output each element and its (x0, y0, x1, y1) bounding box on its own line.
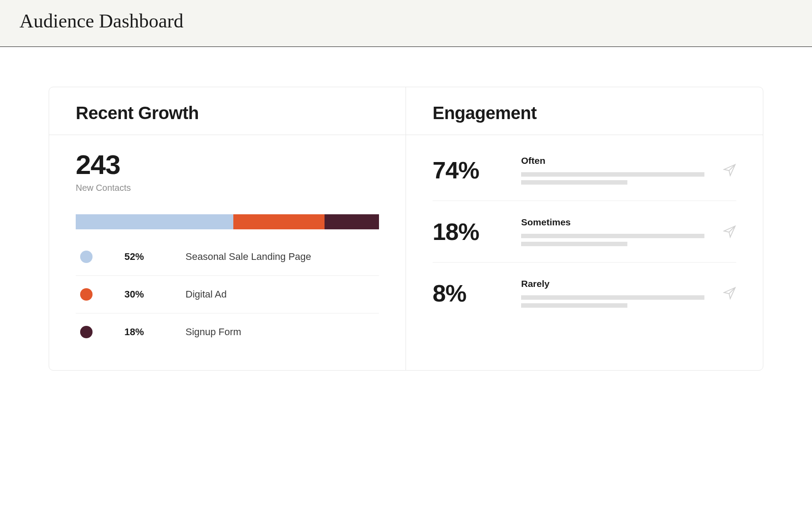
engagement-details: Rarely (521, 278, 704, 308)
engagement-details: Sometimes (521, 217, 704, 246)
panel-engagement: Engagement 74% Often (406, 87, 763, 370)
panel-title-engagement: Engagement (433, 103, 736, 123)
paper-plane-icon[interactable] (723, 225, 736, 238)
engagement-percent: 18% (433, 218, 508, 245)
engagement-label: Often (521, 155, 704, 166)
legend-dot-icon (80, 326, 93, 338)
legend-row: 52% Seasonal Sale Landing Page (76, 238, 379, 276)
stacked-bar-segment (233, 214, 325, 229)
engagement-row: 18% Sometimes (433, 201, 736, 263)
content-area: Recent Growth 243 New Contacts 52% Seaso… (0, 47, 812, 388)
legend-label: Seasonal Sale Landing Page (186, 251, 311, 263)
page-title: Audience Dashboard (19, 10, 793, 32)
legend-row: 18% Signup Form (76, 313, 379, 351)
header-bar: Audience Dashboard (0, 0, 812, 47)
panel-recent-growth: Recent Growth 243 New Contacts 52% Seaso… (49, 87, 406, 370)
panel-title-recent-growth: Recent Growth (76, 103, 379, 123)
recent-growth-value-label: New Contacts (76, 183, 379, 193)
placeholder-line (521, 303, 627, 308)
placeholder-line (521, 172, 704, 177)
placeholder-lines (521, 295, 704, 308)
placeholder-lines (521, 234, 704, 246)
legend-list: 52% Seasonal Sale Landing Page 30% Digit… (76, 238, 379, 351)
placeholder-lines (521, 172, 704, 185)
placeholder-line (521, 180, 627, 185)
legend-dot-icon (80, 251, 93, 263)
recent-growth-value: 243 (76, 151, 379, 178)
placeholder-line (521, 234, 704, 238)
stacked-bar-segment (325, 214, 379, 229)
engagement-label: Sometimes (521, 217, 704, 228)
engagement-label: Rarely (521, 278, 704, 289)
stacked-bar-growth-sources (76, 214, 379, 229)
paper-plane-icon[interactable] (723, 286, 736, 300)
engagement-percent: 8% (433, 279, 508, 307)
engagement-row: 8% Rarely (433, 263, 736, 312)
engagement-row: 74% Often (433, 151, 736, 201)
paper-plane-icon[interactable] (723, 163, 736, 177)
engagement-list: 74% Often 18% Sometimes (433, 151, 736, 312)
legend-dot-icon (80, 288, 93, 301)
engagement-percent: 74% (433, 156, 508, 184)
stacked-bar-segment (76, 214, 233, 229)
legend-label: Digital Ad (186, 289, 227, 300)
legend-row: 30% Digital Ad (76, 276, 379, 313)
engagement-details: Often (521, 155, 704, 185)
placeholder-line (521, 295, 704, 300)
legend-label: Signup Form (186, 326, 241, 338)
placeholder-line (521, 242, 627, 246)
panel-header-recent-growth: Recent Growth (49, 87, 406, 135)
dashboard-card: Recent Growth 243 New Contacts 52% Seaso… (49, 87, 763, 371)
legend-percent: 30% (124, 289, 169, 300)
legend-percent: 52% (124, 251, 169, 263)
legend-percent: 18% (124, 326, 169, 338)
panel-header-engagement: Engagement (406, 87, 763, 135)
